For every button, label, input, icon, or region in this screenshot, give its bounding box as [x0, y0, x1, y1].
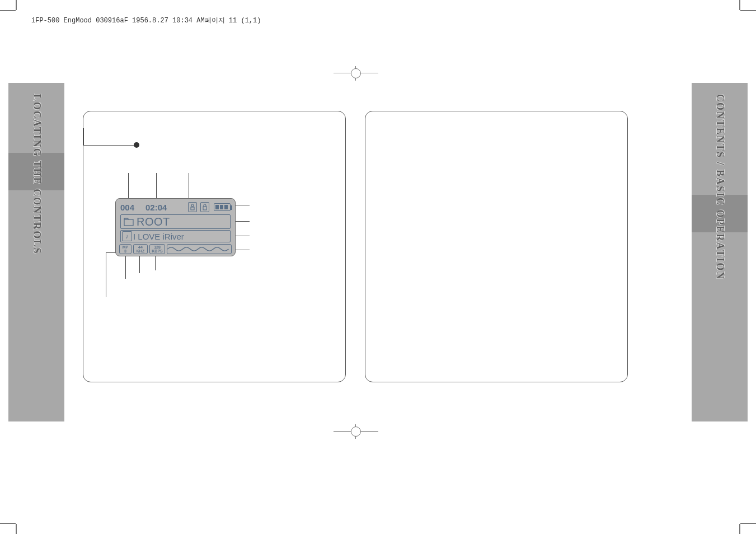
- lcd-elapsed-time: 02:04: [145, 203, 167, 212]
- crop-mark: [0, 10, 16, 11]
- lcd-track-title: I LOVE iRiver: [133, 232, 184, 241]
- battery-icon: [214, 203, 231, 211]
- crop-mark: [16, 0, 17, 10]
- right-section-tab: CONTENTS / BASIC OPERATION: [692, 83, 748, 421]
- svg-rect-2: [203, 207, 206, 210]
- left-page-panel: 004 02:04 ROOT: [83, 111, 346, 382]
- svg-rect-3: [124, 219, 133, 226]
- right-tab-label: CONTENTS / BASIC OPERATION: [714, 94, 726, 280]
- crop-mark: [740, 10, 756, 11]
- page-imposition-header: iFP-500 EngMood 030916aF 1956.8.27 10:34…: [31, 16, 261, 25]
- crop-mark: [16, 524, 17, 534]
- callout-line: [236, 250, 250, 250]
- music-note-icon: ♪: [122, 231, 132, 241]
- crop-mark: [0, 523, 16, 524]
- lcd-track-number: 004: [120, 203, 134, 212]
- lcd-display: 004 02:04 ROOT: [115, 198, 236, 256]
- samplerate-badge: 44KHZ: [133, 244, 148, 254]
- callout-line: [139, 256, 140, 273]
- format-badge: MP3: [119, 244, 132, 254]
- callout-line: [83, 128, 84, 145]
- crop-mark: [739, 0, 740, 10]
- left-section-tab: LOCATING THE CONTROLS: [8, 83, 64, 421]
- callout-line: [236, 236, 250, 236]
- svg-rect-1: [191, 207, 194, 210]
- lcd-folder-name: ROOT: [137, 216, 170, 228]
- left-tab-label: LOCATING THE CONTROLS: [31, 94, 43, 254]
- registration-mark-icon: [334, 67, 378, 79]
- svg-point-0: [191, 204, 194, 207]
- callout-dot-icon: [134, 142, 139, 148]
- callout-line: [155, 256, 156, 270]
- bitrate-badge: 128KBPS: [149, 244, 165, 254]
- lock-icon: [200, 202, 209, 212]
- registration-mark-icon: [334, 425, 378, 438]
- crop-mark: [740, 523, 756, 524]
- play-mode-icon: [188, 202, 197, 212]
- callout-line: [236, 205, 250, 205]
- callout-line: [106, 252, 106, 297]
- crop-mark: [739, 524, 740, 534]
- callout-line: [83, 145, 137, 146]
- callout-line: [236, 221, 250, 222]
- waveform-icon: [167, 244, 232, 254]
- callout-line: [125, 256, 126, 279]
- folder-icon: [123, 216, 135, 227]
- right-page-panel: [365, 111, 628, 382]
